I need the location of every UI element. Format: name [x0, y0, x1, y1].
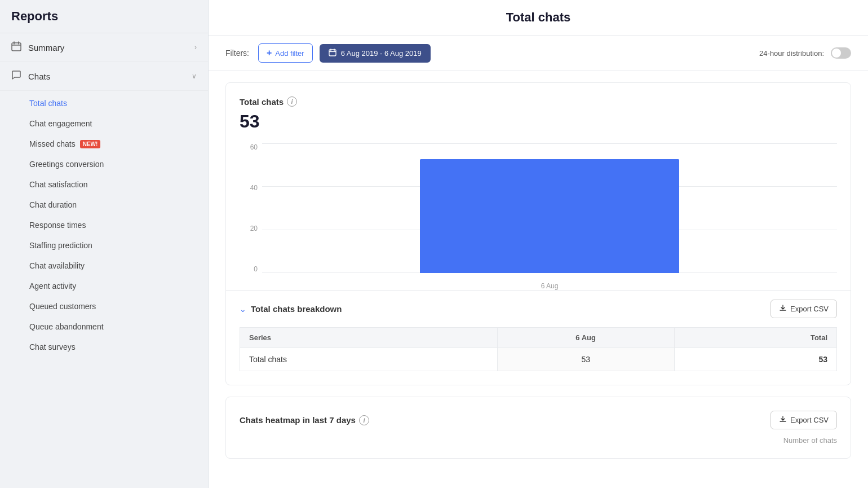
y-axis: 60 40 20 0 [240, 143, 262, 273]
page-title: Total chats [225, 10, 851, 25]
content-area: Total chats i 53 60 40 20 0 [209, 71, 868, 488]
nav-chat-satisfaction[interactable]: Chat satisfaction [0, 174, 208, 195]
table-row: Total chats 53 53 [240, 348, 837, 371]
chats-label: Chats [28, 72, 192, 81]
heatmap-export-csv-button[interactable]: Export CSV [770, 411, 837, 429]
breakdown-table: Series 6 Aug Total Total chats 53 53 [240, 327, 837, 371]
chat-surveys-label: Chat surveys [29, 342, 76, 351]
page-header: Total chats [209, 0, 868, 36]
x-labels: 6 Aug [262, 282, 837, 290]
table-header-row: Series 6 Aug Total [240, 328, 837, 348]
date-range-label: 6 Aug 2019 - 6 Aug 2019 [341, 49, 422, 58]
export-csv-button[interactable]: Export CSV [770, 300, 837, 318]
chat-satisfaction-label: Chat satisfaction [29, 180, 88, 189]
nav-missed-chats[interactable]: Missed chats NEW! [0, 134, 208, 154]
summary-label: Summary [28, 43, 194, 52]
bar-chart: 60 40 20 0 6 Au [240, 143, 837, 290]
nav-queue-abandonment[interactable]: Queue abandonment [0, 316, 208, 337]
date-range-button[interactable]: 6 Aug 2019 - 6 Aug 2019 [320, 44, 431, 63]
heatmap-info-icon[interactable]: i [359, 415, 369, 425]
download-icon [779, 304, 787, 314]
calendar-icon [11, 41, 21, 54]
chat-icon [11, 70, 21, 82]
svg-rect-0 [12, 43, 21, 51]
chart-title: Total chats i [240, 96, 837, 107]
nav-queued-customers[interactable]: Queued customers [0, 296, 208, 316]
export-csv-label: Export CSV [790, 305, 829, 313]
queued-customers-label: Queued customers [29, 302, 96, 311]
agent-activity-label: Agent activity [29, 282, 76, 291]
heatmap-subtitle: Number of chats [240, 436, 837, 445]
heatmap-header: Chats heatmap in last 7 days i Export CS… [240, 411, 837, 429]
calendar-icon [329, 49, 336, 58]
y-label-0: 0 [254, 265, 258, 273]
main-content: Total chats Filters: + Add filter 6 Aug … [209, 0, 868, 488]
sidebar-item-summary[interactable]: Summary › [0, 33, 208, 62]
nav-total-chats[interactable]: Total chats [0, 93, 208, 113]
heatmap-title-text: Chats heatmap in last 7 days [240, 415, 356, 425]
cell-total: 53 [674, 348, 836, 371]
chart-plot-area [262, 143, 837, 273]
nav-response-times[interactable]: Response times [0, 215, 208, 235]
nav-chat-duration[interactable]: Chat duration [0, 195, 208, 215]
nav-chat-engagement[interactable]: Chat engagement [0, 113, 208, 134]
filters-label: Filters: [225, 49, 249, 58]
chat-submenu: Total chats Chat engagement Missed chats… [0, 91, 208, 359]
nav-greetings-conversion[interactable]: Greetings conversion [0, 154, 208, 174]
filters-bar: Filters: + Add filter 6 Aug 2019 - 6 Aug… [209, 36, 868, 71]
missed-chats-label: Missed chats [29, 139, 76, 148]
total-chats-value: 53 [240, 111, 837, 132]
total-chats-card: Total chats i 53 60 40 20 0 [225, 82, 851, 385]
nav-chat-surveys[interactable]: Chat surveys [0, 337, 208, 357]
y-label-20: 20 [250, 225, 258, 232]
heatmap-export-label: Export CSV [790, 416, 829, 424]
svg-rect-1 [329, 50, 336, 56]
breakdown-title: Total chats breakdown [251, 304, 342, 314]
breakdown-chevron-icon: ⌄ [240, 305, 246, 314]
chat-availability-label: Chat availability [29, 261, 85, 270]
bar-6aug [420, 159, 679, 273]
cell-aug6: 53 [497, 348, 674, 371]
bars-area [262, 143, 837, 273]
distribution-toggle[interactable] [831, 47, 851, 59]
y-label-40: 40 [250, 184, 258, 192]
col-series: Series [240, 328, 498, 348]
nav-chat-availability[interactable]: Chat availability [0, 256, 208, 276]
heatmap-download-icon [779, 415, 787, 425]
cell-series: Total chats [240, 348, 498, 371]
total-chats-label: Total chats [29, 99, 67, 108]
add-filter-label: Add filter [275, 49, 304, 58]
y-label-60: 60 [250, 143, 258, 151]
chevron-down-icon: ∨ [192, 72, 197, 80]
app-title: Reports [0, 0, 208, 33]
breakdown-toggle[interactable]: ⌄ Total chats breakdown [240, 304, 770, 314]
x-label-6aug: 6 Aug [541, 282, 559, 290]
staffing-prediction-label: Staffing prediction [29, 241, 92, 250]
new-badge: NEW! [80, 140, 101, 148]
distribution-label: 24-hour distribution: [759, 49, 824, 58]
breakdown-section: ⌄ Total chats breakdown Export CSV [226, 290, 851, 327]
greetings-conversion-label: Greetings conversion [29, 160, 104, 169]
response-times-label: Response times [29, 221, 86, 230]
heatmap-card: Chats heatmap in last 7 days i Export CS… [225, 397, 851, 459]
nav-staffing-prediction[interactable]: Staffing prediction [0, 235, 208, 256]
chevron-right-icon: › [194, 43, 197, 51]
col-total: Total [674, 328, 836, 348]
sidebar: Reports Summary › Chats ∨ Total chats Ch… [0, 0, 209, 488]
chat-duration-label: Chat duration [29, 200, 77, 209]
nav-agent-activity[interactable]: Agent activity [0, 276, 208, 296]
queue-abandonment-label: Queue abandonment [29, 322, 104, 331]
heatmap-title: Chats heatmap in last 7 days i [240, 415, 369, 425]
col-6aug: 6 Aug [497, 328, 674, 348]
sidebar-item-chats[interactable]: Chats ∨ [0, 62, 208, 91]
plus-icon: + [267, 48, 272, 58]
add-filter-button[interactable]: + Add filter [258, 43, 313, 63]
chat-engagement-label: Chat engagement [29, 119, 92, 128]
info-icon[interactable]: i [287, 96, 297, 107]
chart-title-text: Total chats [240, 97, 284, 107]
